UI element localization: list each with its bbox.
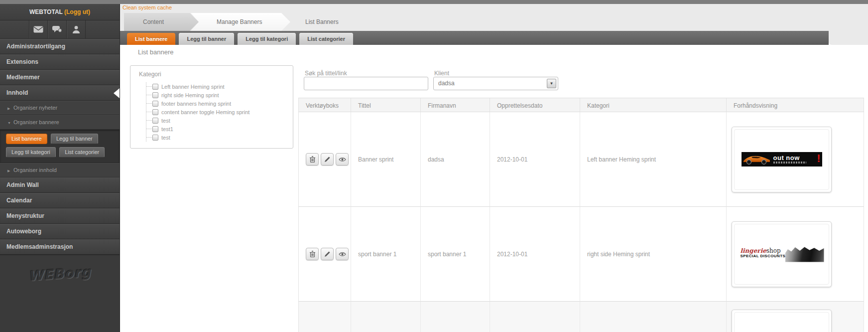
sidebar-item-extensions[interactable]: Extensions <box>0 54 120 70</box>
tab-list-bannere[interactable]: List bannere <box>127 33 175 45</box>
sidebar-item-administratortilgang[interactable]: Administratortilgang <box>0 39 120 54</box>
dropdown-arrow-button[interactable]: ▼ <box>547 79 556 88</box>
breadcrumb-list-banners[interactable]: List Banners <box>282 13 367 31</box>
table-row-2-tittel: sport banner 1 <box>351 207 421 302</box>
banner-image-car: out now ! <box>742 152 822 166</box>
checkbox[interactable] <box>152 109 158 115</box>
kategori-panel: Kategori Left banner Heming sprint right… <box>130 65 293 149</box>
sidebar-item-label: Calendar <box>6 197 32 204</box>
sidebar-subitem-organiser-bannere[interactable]: ▼Organiser bannere <box>0 115 120 130</box>
banner-preview-card[interactable]: out now ! <box>732 127 832 192</box>
table-row-2-kategori: right side Heming sprint <box>580 207 727 302</box>
sidebar-subitem-organiser-innhold[interactable]: ▶Organiser innhold <box>0 163 120 177</box>
banner-brand-script: lingerie <box>741 247 766 254</box>
sidebar-item-admin-wall[interactable]: Admin Wall <box>0 177 120 193</box>
chat-button[interactable] <box>48 20 67 38</box>
tree-item-label: content banner toggle Heming sprint <box>161 109 249 115</box>
table-row-1-tittel: Banner sprint <box>351 112 421 207</box>
tree-item-label: right side Heming sprint <box>161 92 219 98</box>
sidebar-item-medlemsadminstrasjon[interactable]: Medlemsadminstrasjon <box>0 239 120 255</box>
clean-cache-link[interactable]: Clean system cache <box>123 4 172 10</box>
breadcrumb-manage-banners[interactable]: Manage Banners <box>191 13 290 31</box>
table-row-3-tittel <box>351 302 421 332</box>
tab-list-categorier[interactable]: List categorier <box>299 33 353 45</box>
category-tree: Left banner Heming sprint right side Hem… <box>146 82 249 142</box>
column-header-firmanavn: Firmanavn <box>421 98 490 112</box>
delete-button[interactable] <box>306 153 319 166</box>
tab-legg-til-banner[interactable]: Legg til banner <box>179 33 234 45</box>
preview-button[interactable] <box>336 153 349 166</box>
sidebar-item-menystruktur[interactable]: Menystruktur <box>0 208 120 224</box>
table-row-1-kategori: Left banner Heming sprint <box>580 112 727 207</box>
delete-button[interactable] <box>306 248 319 260</box>
brand-bar: WEBTOTAL (Logg ut) <box>0 4 120 20</box>
tree-item-label: footer banners heming sprint <box>161 101 231 107</box>
tree-item[interactable]: right side Heming sprint <box>146 91 249 99</box>
tree-item[interactable]: test1 <box>146 125 249 133</box>
table-row-2-preview: lingerieshop SPECIAL DISCOUNTS <box>727 207 864 302</box>
breadcrumb-content[interactable]: Content <box>124 13 199 31</box>
tab-legg-til-kategori[interactable]: Legg til kategori <box>238 33 296 45</box>
tree-item[interactable]: footer banners heming sprint <box>146 99 249 108</box>
legg-til-banner-button[interactable]: Legg til banner <box>51 134 98 144</box>
main-area: Clean system cache Content Manage Banner… <box>120 4 868 332</box>
tree-item[interactable]: Left banner Heming sprint <box>146 82 249 91</box>
table-row-1-dato: 2012-10-01 <box>490 112 580 207</box>
banner-text-block: out now <box>773 155 806 164</box>
banner-actions-panel: List bannere Legg til banner Legg til ka… <box>0 130 120 163</box>
sidebar-item-calendar[interactable]: Calendar <box>0 193 120 208</box>
banner-headline: out now <box>773 155 806 161</box>
legg-til-kategori-button[interactable]: Legg til kategori <box>6 147 56 158</box>
list-bannere-button[interactable]: List bannere <box>6 134 47 144</box>
preview-button[interactable] <box>336 248 349 260</box>
breadcrumb-band-right <box>829 31 868 45</box>
checkbox[interactable] <box>152 101 158 107</box>
tree-item[interactable]: content banner toggle Heming sprint <box>146 108 249 116</box>
edit-button[interactable] <box>321 248 334 260</box>
banner-preview-card[interactable] <box>732 310 832 332</box>
edit-button[interactable] <box>321 153 334 166</box>
column-header-verktoyboks: Verktøyboks <box>298 98 351 112</box>
sidebar-icon-row <box>0 20 120 39</box>
sidebar-item-innhold[interactable]: Innhold <box>0 85 120 101</box>
banner-exclamation: ! <box>817 152 820 165</box>
top-strip <box>0 0 868 4</box>
checkbox[interactable] <box>152 118 158 124</box>
search-input[interactable] <box>304 77 428 90</box>
banner-tagline: SPECIAL DISCOUNTS <box>741 254 785 258</box>
sidebar-item-medlemmer[interactable]: Medlemmer <box>0 70 120 85</box>
table-row-1-tools <box>298 112 351 207</box>
eye-icon <box>339 157 346 162</box>
subitem-label: Organiser bannere <box>13 119 59 125</box>
tabs: List bannere Legg til banner Legg til ka… <box>127 33 357 45</box>
tree-item[interactable]: test <box>146 116 249 125</box>
checkbox[interactable] <box>152 135 158 141</box>
banner-photo <box>785 246 824 262</box>
sidebar-item-autoweborg[interactable]: Autoweborg <box>0 224 120 239</box>
table-row-3-kategori <box>580 302 727 332</box>
klient-dropdown[interactable]: dadsa ▼ <box>433 77 558 90</box>
list-categorier-button[interactable]: List categorier <box>59 147 105 158</box>
sidebar-item-label: Innhold <box>6 89 28 96</box>
trash-icon <box>309 156 316 163</box>
banner-preview-card[interactable]: lingerieshop SPECIAL DISCOUNTS <box>732 221 832 287</box>
tree-item-label: test <box>161 118 170 124</box>
sidebar-item-label: Menystruktur <box>6 212 44 219</box>
sidebar-item-label: Extensions <box>6 58 38 65</box>
checkbox[interactable] <box>152 126 158 132</box>
tree-item-label: test <box>161 135 170 141</box>
user-icon <box>72 25 80 33</box>
logout-link[interactable]: (Logg ut) <box>64 8 90 15</box>
table-row-1-firmanavn: dadsa <box>421 112 490 207</box>
tree-item[interactable]: test <box>146 133 249 142</box>
checkbox[interactable] <box>152 92 158 98</box>
user-button[interactable] <box>67 20 86 38</box>
mail-button[interactable] <box>29 20 48 38</box>
banner-subtext-blur <box>773 162 806 164</box>
column-header-forhandsvisning: Forhåndsvisning <box>727 98 864 112</box>
table-row-2-firmanavn: sport banner 1 <box>421 207 490 302</box>
checkbox[interactable] <box>152 84 158 90</box>
column-header-tittel: Tittel <box>351 98 421 112</box>
sidebar-subitem-organiser-nyheter[interactable]: ▶Organiser nyheter <box>0 101 120 115</box>
sidebar: WEBTOTAL (Logg ut) Administratortilgang … <box>0 4 120 332</box>
